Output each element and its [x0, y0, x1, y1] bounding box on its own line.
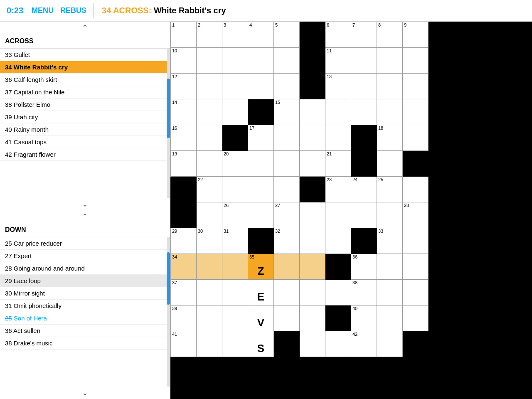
across-scroll-up[interactable]: ⌃	[0, 22, 170, 34]
cell-6-1[interactable]: 22	[197, 177, 222, 202]
cell-2-8[interactable]	[377, 74, 403, 99]
cell-11-3[interactable]: V	[248, 305, 274, 331]
down-clue-item-1[interactable]: 27 Expert	[0, 250, 170, 262]
cell-5-7[interactable]	[351, 151, 377, 177]
cell-7-6[interactable]	[325, 202, 351, 228]
cell-11-0[interactable]: 39	[171, 305, 197, 331]
down-scrollbar-thumb[interactable]	[167, 252, 170, 305]
cell-8-7[interactable]	[351, 228, 377, 254]
cell-3-9[interactable]	[403, 99, 429, 125]
cell-5-0[interactable]: 19	[171, 151, 197, 177]
across-clue-item-37[interactable]: 37 Capital on the Nile	[0, 86, 170, 99]
cell-1-8[interactable]	[377, 48, 403, 74]
cell-4-1[interactable]	[197, 125, 222, 151]
cell-10-3[interactable]: E	[248, 280, 274, 305]
cell-7-0[interactable]	[171, 202, 197, 228]
cell-6-3[interactable]	[248, 177, 274, 202]
cell-8-4[interactable]: 32	[274, 228, 300, 254]
cell-5-1[interactable]	[197, 151, 222, 177]
cell-6-5[interactable]	[300, 177, 325, 202]
cell-2-3[interactable]	[248, 74, 274, 99]
cell-2-2[interactable]	[222, 74, 248, 99]
cell-2-5[interactable]	[300, 74, 325, 99]
cell-12-7[interactable]: 42	[351, 331, 377, 357]
cell-8-3[interactable]	[248, 228, 274, 254]
across-clue-item-36[interactable]: 36 Calf-length skirt	[0, 74, 170, 86]
cell-9-4[interactable]	[274, 254, 300, 280]
cell-3-2[interactable]	[222, 99, 248, 125]
cell-12-5[interactable]	[300, 331, 325, 357]
cell-9-9[interactable]	[403, 254, 429, 280]
cell-2-7[interactable]	[351, 74, 377, 99]
down-scrollbar-track[interactable]	[167, 237, 170, 387]
cell-1-0[interactable]: 10	[171, 48, 197, 74]
cell-1-2[interactable]	[222, 48, 248, 74]
cell-4-7[interactable]	[351, 125, 377, 151]
cell-5-4[interactable]	[274, 151, 300, 177]
cell-1-1[interactable]	[197, 48, 222, 74]
cell-11-9[interactable]	[403, 305, 429, 331]
cell-11-5[interactable]	[300, 305, 325, 331]
across-clue-item-40[interactable]: 40 Rainy month	[0, 123, 170, 136]
cell-12-3[interactable]: S	[248, 331, 274, 357]
cell-0-0[interactable]: 1	[171, 22, 197, 48]
cell-2-1[interactable]	[197, 74, 222, 99]
cell-7-2[interactable]: 26	[222, 202, 248, 228]
cell-9-0[interactable]: 34	[171, 254, 197, 280]
across-clue-item-33[interactable]: 33 Gullet	[0, 49, 170, 61]
cell-0-4[interactable]: 5	[274, 22, 300, 48]
cell-4-8[interactable]: 18	[377, 125, 403, 151]
across-scroll-down[interactable]: ⌄	[0, 198, 170, 210]
across-clue-item-42[interactable]: 42 Fragrant flower	[0, 148, 170, 161]
cell-12-0[interactable]: 41	[171, 331, 197, 357]
cell-7-1[interactable]	[197, 202, 222, 228]
cell-11-4[interactable]	[274, 305, 300, 331]
across-scrollbar-thumb[interactable]	[167, 79, 170, 138]
cell-3-1[interactable]	[197, 99, 222, 125]
cell-7-7[interactable]	[351, 202, 377, 228]
cell-6-4[interactable]	[274, 177, 300, 202]
cell-2-6[interactable]: 13	[325, 74, 351, 99]
cell-3-6[interactable]	[325, 99, 351, 125]
cell-3-4[interactable]: 15	[274, 99, 300, 125]
cell-11-6[interactable]	[325, 305, 351, 331]
cell-0-1[interactable]: 2	[197, 22, 222, 48]
down-clue-item-2[interactable]: 28 Going around and around	[0, 262, 170, 275]
cell-4-6[interactable]	[325, 125, 351, 151]
cell-0-8[interactable]: 8	[377, 22, 403, 48]
cell-0-3[interactable]: 4	[248, 22, 274, 48]
cell-1-9[interactable]	[403, 48, 429, 74]
rebus-button[interactable]: REBUS	[60, 6, 86, 15]
cell-5-3[interactable]	[248, 151, 274, 177]
cell-6-2[interactable]	[222, 177, 248, 202]
cell-0-9[interactable]: 9	[403, 22, 429, 48]
cell-7-3[interactable]	[248, 202, 274, 228]
cell-11-1[interactable]	[197, 305, 222, 331]
cell-7-5[interactable]	[300, 202, 325, 228]
grid-area[interactable]: 1234567891011121314151617181920212223242…	[170, 22, 532, 399]
cell-3-5[interactable]	[300, 99, 325, 125]
cell-3-7[interactable]	[351, 99, 377, 125]
cell-0-2[interactable]: 3	[222, 22, 248, 48]
cell-2-0[interactable]: 12	[171, 74, 197, 99]
cell-3-3[interactable]	[248, 99, 274, 125]
cell-1-5[interactable]	[300, 48, 325, 74]
down-clue-item-0[interactable]: 25 Car price reducer	[0, 237, 170, 250]
cell-9-5[interactable]	[300, 254, 325, 280]
cell-9-1[interactable]	[197, 254, 222, 280]
across-scroll-container[interactable]: 33 Gullet34 White Rabbit's cry36 Calf-le…	[0, 49, 170, 198]
cell-8-5[interactable]	[300, 228, 325, 254]
cell-11-8[interactable]	[377, 305, 403, 331]
cell-0-6[interactable]: 6	[325, 22, 351, 48]
cell-7-9[interactable]: 28	[403, 202, 429, 228]
cell-12-9[interactable]	[403, 331, 429, 357]
cell-6-7[interactable]: 24	[351, 177, 377, 202]
cell-1-4[interactable]	[274, 48, 300, 74]
cell-4-3[interactable]: 17	[248, 125, 274, 151]
cell-9-7[interactable]: 36	[351, 254, 377, 280]
across-clue-item-38[interactable]: 38 Pollster Elmo	[0, 99, 170, 111]
cell-11-7[interactable]: 40	[351, 305, 377, 331]
cell-9-8[interactable]	[377, 254, 403, 280]
cell-12-2[interactable]	[222, 331, 248, 357]
cell-4-2[interactable]	[222, 125, 248, 151]
